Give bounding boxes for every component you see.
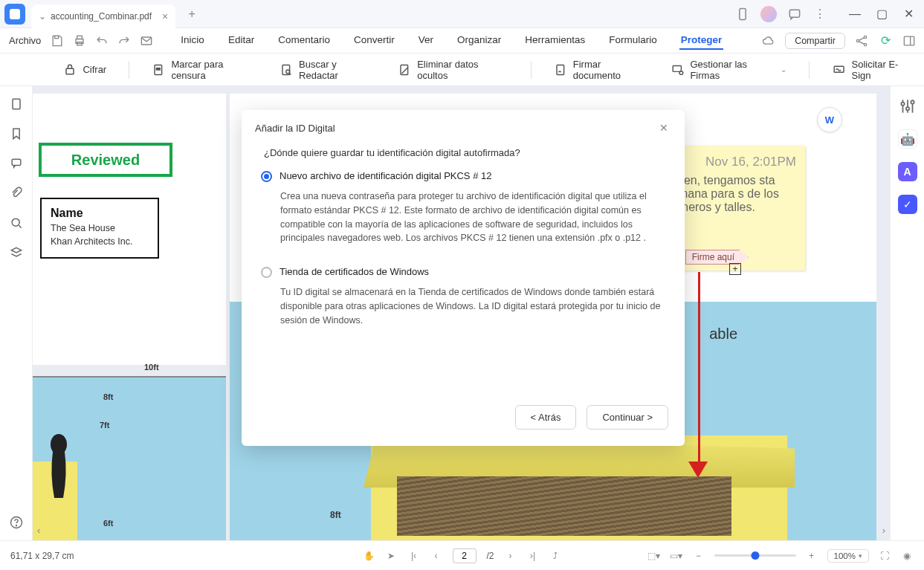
statusbar: 61,71 x 29,7 cm ✋ ➤ |‹ ‹ /2 › ›| ⤴ ⬚▾ ▭▾… [0,540,924,570]
bookmark-icon[interactable] [9,126,24,141]
select-tool-icon[interactable]: ➤ [385,551,397,561]
phone-icon[interactable] [735,7,750,22]
help-icon[interactable] [9,515,24,530]
radio-pkcs12-label: Nuevo archivo de identificación digital … [280,170,491,181]
lock-icon [62,62,77,77]
scroll-left-icon[interactable]: ‹ [37,525,40,536]
sign-here-tag[interactable]: Firme aquí [685,250,749,265]
save-icon[interactable] [50,33,65,48]
zoom-slider[interactable] [714,554,796,557]
word-export-button[interactable]: W [817,107,842,132]
dialog-close-button[interactable]: ✕ [656,120,671,135]
ribbon-gestionar[interactable]: Gestionar las Firmas ⌄ [671,59,786,81]
continue-button[interactable]: Continuar > [587,405,668,430]
close-window-button[interactable]: ✕ [897,5,920,23]
radio-option-windows[interactable]: Tienda de certificados de Windows [261,266,665,278]
file-tab[interactable]: ⌄ accounting_Combinar.pdf × [31,4,175,28]
tab-herramientas[interactable]: Herramientas [523,31,587,50]
chat-icon[interactable] [787,7,802,22]
prev-page-icon[interactable]: ‹ [430,551,442,561]
name-box: Name The Sea House Khan Architects Inc. [40,198,159,259]
share-button[interactable]: Compartir [785,33,845,49]
ribbon-cifrar[interactable]: Cifrar [62,62,106,77]
check-app-icon[interactable]: ✓ [898,195,917,214]
tab-comentario[interactable]: Comentario [277,31,332,50]
sticky-date: Nov 16, 2:01PM [665,155,796,169]
new-tab-button[interactable]: + [183,5,201,23]
thumbnail-icon[interactable] [9,97,24,111]
undo-icon[interactable] [94,33,109,48]
sync-icon[interactable]: ⟳ [878,33,893,48]
ribbon-eliminar[interactable]: Eliminar datos ocultos [398,59,508,81]
zoom-out-icon[interactable]: − [692,551,705,561]
app-logo[interactable] [4,4,25,25]
read-mode-icon[interactable]: ◉ [900,551,914,561]
ribbon-marcar[interactable]: Marcar para censura [152,59,257,81]
dim-8ft-b: 8ft [330,510,341,520]
ribbon-buscar[interactable]: Buscar y Redactar [280,59,375,81]
tab-editar[interactable]: Editar [227,31,256,50]
hand-tool-icon[interactable]: ✋ [363,551,375,561]
panel-icon[interactable] [902,33,917,48]
comment-icon[interactable] [9,156,24,171]
sliders-icon[interactable] [898,97,917,116]
ribbon-esign[interactable]: Solicitar E-Sign [832,59,915,81]
dim-7ft: 7ft [100,421,109,430]
file-tab-label: accounting_Combinar.pdf [51,11,152,22]
ribbon-firmar[interactable]: Firmar documento [554,59,649,81]
svg-rect-14 [157,68,161,69]
tab-proteger[interactable]: Proteger [679,31,724,50]
zoom-in-icon[interactable]: + [805,551,818,561]
fullscreen-icon[interactable]: ⛶ [878,551,891,561]
menu-archivo[interactable]: Archivo [7,32,42,49]
tab-formulario[interactable]: Formulario [607,31,659,50]
layers-icon[interactable] [9,245,24,260]
zoom-percent[interactable]: 100%▾ [827,549,869,563]
svg-rect-24 [13,99,20,109]
reviewed-text: Reviewed [71,152,140,169]
fit-width-icon[interactable]: ⬚▾ [647,551,661,561]
page-number-input[interactable] [452,548,476,563]
more-icon[interactable]: ⋮ [812,7,827,22]
radio-unchecked-icon[interactable] [261,267,272,278]
sign-doc-icon [554,62,568,77]
tab-convertir[interactable]: Convertir [352,31,396,50]
svg-point-30 [51,434,67,455]
svg-line-27 [19,225,21,227]
scroll-right-icon[interactable]: › [882,525,885,536]
add-annotation-button[interactable]: + [729,263,741,275]
tab-ver[interactable]: Ver [417,31,435,50]
jump-icon[interactable]: ⤴ [549,551,561,561]
page-layout-icon[interactable]: ▭▾ [670,551,683,561]
translate-icon[interactable]: A [898,162,917,181]
svg-point-9 [864,43,866,45]
ribbon: Cifrar Marcar para censura Buscar y Reda… [0,54,924,86]
redo-icon[interactable] [117,33,132,48]
last-page-icon[interactable]: ›| [527,551,539,561]
radio-option-pkcs12[interactable]: Nuevo archivo de identificación digital … [261,170,665,182]
first-page-icon[interactable]: |‹ [407,551,419,561]
share-nodes-icon[interactable] [854,33,869,48]
search-icon[interactable] [9,216,24,230]
minimize-button[interactable]: — [844,5,866,23]
menu-tabs: Inicio Editar Comentario Convertir Ver O… [179,31,723,50]
user-avatar[interactable] [760,6,777,22]
back-button[interactable]: < Atrás [515,405,577,430]
svg-point-7 [856,39,859,42]
svg-point-26 [12,218,19,226]
svg-rect-25 [12,159,21,165]
mail-icon[interactable] [139,33,154,48]
next-page-icon[interactable]: › [505,551,517,561]
tab-organizar[interactable]: Organizar [456,31,503,50]
radio-checked-icon[interactable] [261,171,272,182]
ai-chat-icon[interactable]: 🤖 [898,129,917,149]
attachment-icon[interactable] [9,186,24,201]
right-rail: 🤖 A ✓ [890,86,924,540]
ribbon-eliminar-label: Eliminar datos ocultos [417,59,508,81]
close-tab-icon[interactable]: × [162,10,168,22]
tab-inicio[interactable]: Inicio [179,31,206,50]
print-icon[interactable] [72,33,87,48]
cloud-icon[interactable] [761,33,776,48]
arrow-head-icon [688,461,708,478]
maximize-button[interactable]: ▢ [870,5,893,23]
